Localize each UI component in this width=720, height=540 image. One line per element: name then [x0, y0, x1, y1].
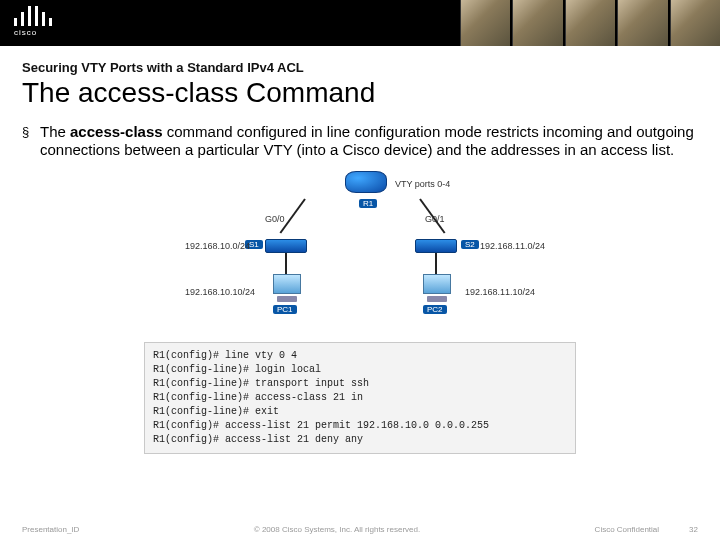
page-number: 32: [689, 525, 698, 534]
logo-text: cisco: [14, 28, 78, 37]
slide-content: Securing VTY Ports with a Standard IPv4 …: [0, 46, 720, 454]
pc2-label: PC2: [423, 305, 447, 314]
slide-footer: Presentation_ID © 2008 Cisco Systems, In…: [0, 525, 720, 534]
cli-block: R1(config)# line vty 0 4 R1(config-line)…: [144, 342, 576, 454]
switch-label-s2: S2: [461, 240, 479, 249]
pc-icon: [270, 274, 304, 302]
link-line: [285, 253, 287, 275]
bullet-mark: §: [22, 123, 40, 159]
cli-line: R1(config)# line vty 0 4: [153, 349, 567, 363]
host-right: 192.168.11.10/24: [465, 287, 535, 297]
bullet-prefix: The: [40, 123, 70, 140]
host-left: 192.168.10.10/24: [185, 287, 255, 297]
vty-ports-label: VTY ports 0-4: [395, 179, 450, 189]
router-label: R1: [359, 199, 377, 208]
switch-icon: [415, 239, 457, 253]
cli-line: R1(config-line)# transport input ssh: [153, 377, 567, 391]
slide-title: The access-class Command: [22, 77, 698, 109]
network-right: 192.168.11.0/24: [480, 241, 545, 251]
cli-line: R1(config-line)# login local: [153, 363, 567, 377]
bullet-row: § The access-class command configured in…: [22, 123, 698, 159]
header-photo-strip: [460, 0, 720, 46]
cli-line: R1(config-line)# exit: [153, 405, 567, 419]
pc1-label: PC1: [273, 305, 297, 314]
switch-icon: [265, 239, 307, 253]
network-left: 192.168.10.0/24: [185, 241, 250, 251]
bullet-text: The access-class command configured in l…: [40, 123, 698, 159]
slide-top-bar: cisco: [0, 0, 720, 46]
footer-confidential: Cisco Confidential: [595, 525, 659, 534]
cisco-logo: cisco: [14, 6, 78, 37]
cli-line: R1(config)# access-list 21 deny any: [153, 433, 567, 447]
cli-line: R1(config-line)# access-class 21 in: [153, 391, 567, 405]
cli-line: R1(config)# access-list 21 permit 192.16…: [153, 419, 567, 433]
interface-g00: G0/0: [265, 214, 285, 224]
bullet-emph: access-class: [70, 123, 163, 140]
network-diagram: R1 VTY ports 0-4 G0/0 G0/1 S1 S2 192.168…: [145, 169, 575, 334]
router-icon: [345, 171, 387, 197]
footer-center: © 2008 Cisco Systems, Inc. All rights re…: [79, 525, 594, 534]
link-line: [435, 253, 437, 275]
pc-icon: [420, 274, 454, 302]
footer-left: Presentation_ID: [22, 525, 79, 534]
slide-kicker: Securing VTY Ports with a Standard IPv4 …: [22, 60, 698, 75]
